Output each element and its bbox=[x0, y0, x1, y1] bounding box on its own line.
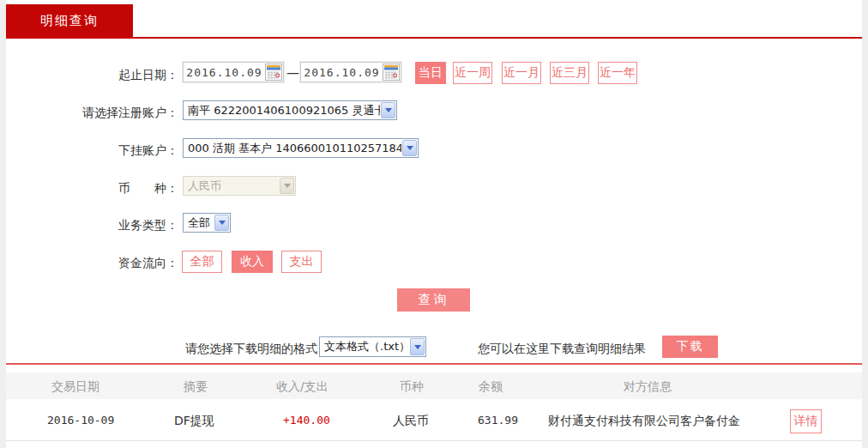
business-type-value: 全部 bbox=[184, 215, 214, 231]
query-button[interactable]: 查询 bbox=[397, 288, 470, 312]
fund-flow-all-button[interactable]: 全部 bbox=[182, 251, 222, 273]
register-account-select[interactable]: 南平 6222001406100921065 灵通卡 bbox=[183, 100, 397, 120]
detail-button[interactable]: 详情 bbox=[790, 409, 822, 433]
tab-detail-query[interactable]: 明细查询 bbox=[6, 4, 133, 37]
column-header-currency: 币种 bbox=[400, 379, 424, 395]
quick-range-quarter-button[interactable]: 近三月 bbox=[550, 62, 589, 84]
tab-underline bbox=[6, 37, 862, 39]
chevron-down-icon bbox=[280, 178, 294, 194]
date-to-value: 2016.10.09 bbox=[301, 66, 383, 79]
chevron-down-icon bbox=[410, 338, 425, 355]
currency-select: 人民币 bbox=[183, 176, 296, 196]
date-range-label: 起止日期： bbox=[0, 67, 178, 82]
register-account-value: 南平 6222001406100921065 灵通卡 bbox=[184, 103, 380, 118]
currency-value: 人民币 bbox=[184, 179, 279, 194]
cell-amount: +140.00 bbox=[283, 414, 330, 427]
download-format-value: 文本格式（.txt） bbox=[320, 339, 409, 354]
row-bottom-border bbox=[6, 440, 862, 441]
download-format-label: 请您选择下载明细的格式 bbox=[129, 342, 317, 357]
fund-flow-label: 资金流向： bbox=[0, 255, 178, 270]
sub-account-value: 000 活期 基本户 1406600101102571848 bbox=[184, 141, 401, 156]
sub-account-select[interactable]: 000 活期 基本户 1406600101102571848 bbox=[183, 138, 419, 158]
date-from-value: 2016.10.09 bbox=[184, 66, 265, 79]
cell-summary: DF提现 bbox=[174, 414, 214, 429]
quick-range-year-button[interactable]: 近一年 bbox=[598, 62, 637, 84]
table-header-row bbox=[6, 372, 862, 399]
cell-date: 2016-10-09 bbox=[47, 414, 114, 427]
column-header-balance: 余额 bbox=[479, 379, 503, 395]
chevron-down-icon bbox=[402, 140, 417, 156]
currency-label: 币 种： bbox=[0, 180, 178, 196]
cell-currency: 人民币 bbox=[393, 414, 429, 429]
quick-range-week-button[interactable]: 近一周 bbox=[453, 62, 492, 84]
column-header-counterparty: 对方信息 bbox=[624, 379, 672, 395]
business-type-label: 业务类型： bbox=[0, 217, 178, 233]
download-format-select[interactable]: 文本格式（.txt） bbox=[319, 336, 426, 357]
fund-flow-expense-button[interactable]: 支出 bbox=[281, 251, 322, 273]
fund-flow-income-button[interactable]: 收入 bbox=[232, 251, 273, 273]
column-header-date: 交易日期 bbox=[51, 379, 99, 395]
download-button[interactable]: 下载 bbox=[662, 336, 718, 358]
cell-balance: 631.99 bbox=[478, 414, 518, 427]
calendar-icon[interactable] bbox=[265, 64, 282, 81]
date-to-input[interactable]: 2016.10.09 bbox=[300, 62, 401, 82]
cell-counterparty: 财付通支付科技有限公司客户备付金 bbox=[548, 414, 740, 429]
sub-account-label: 下挂账户： bbox=[0, 142, 178, 158]
column-header-amount: 收入/支出 bbox=[276, 379, 329, 395]
chevron-down-icon bbox=[381, 102, 395, 118]
calendar-icon[interactable] bbox=[383, 64, 400, 81]
chevron-down-icon bbox=[214, 215, 229, 231]
date-from-input[interactable]: 2016.10.09 bbox=[183, 62, 284, 82]
business-type-select[interactable]: 全部 bbox=[183, 213, 231, 233]
download-hint: 您可以在这里下载查询明细结果 bbox=[478, 342, 646, 357]
date-separator: — bbox=[286, 65, 299, 81]
table-top-divider bbox=[6, 363, 862, 365]
register-account-label: 请选择注册账户： bbox=[0, 105, 178, 120]
quick-range-month-button[interactable]: 近一月 bbox=[502, 62, 541, 84]
detail-query-page: 明细查询 起止日期： 2016.10.09 — 2016.10.09 bbox=[0, 0, 868, 448]
tab-label: 明细查询 bbox=[40, 13, 99, 29]
column-header-summary: 摘要 bbox=[184, 379, 208, 395]
quick-range-today-button[interactable]: 当日 bbox=[415, 62, 446, 84]
